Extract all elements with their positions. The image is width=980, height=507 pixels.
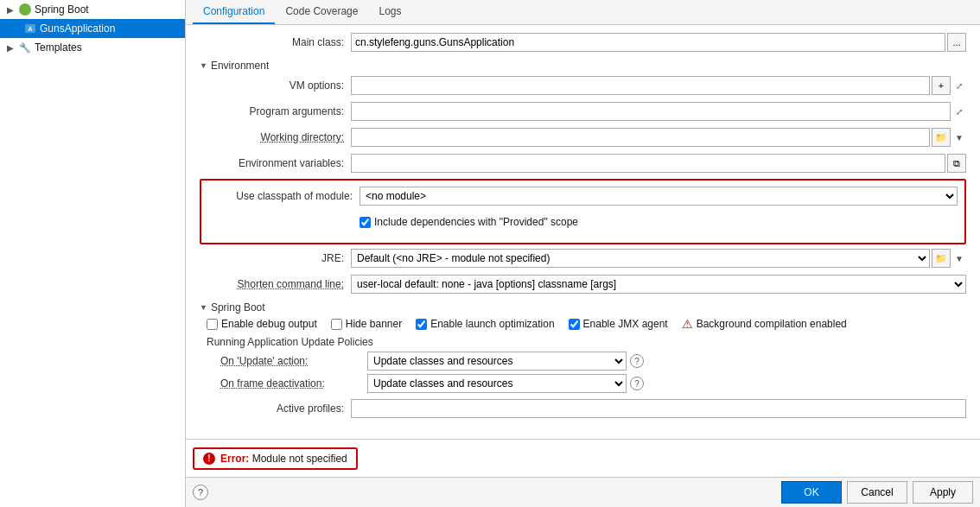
spring-boot-section: ▼ Spring Boot Enable debug output Hide b… (200, 301, 966, 419)
include-deps-checkbox[interactable] (360, 217, 371, 228)
main-class-row: Main class: ... (200, 32, 966, 53)
include-deps-row: Include dependencies with "Provided" sco… (208, 212, 958, 232)
env-vars-field: ⧉ (351, 154, 966, 173)
error-text: Error: Module not specified (220, 453, 347, 465)
working-dir-input[interactable] (351, 128, 930, 147)
main-class-label: Main class: (200, 36, 351, 48)
on-update-help-icon[interactable]: ? (630, 354, 644, 368)
on-frame-row: On frame deactivation: Update classes an… (207, 374, 966, 393)
sidebar-guns-app-label: GunsApplication (40, 22, 115, 35)
jre-select[interactable]: Default (<no JRE> - module not specified… (351, 249, 930, 268)
sidebar-templates-label: Templates (35, 41, 82, 54)
program-args-field: ⤢ (351, 102, 966, 121)
bg-compilation-item: ⚠ Background compilation enabled (682, 317, 847, 331)
include-deps-label: Include dependencies with "Provided" sco… (374, 216, 578, 228)
working-dir-label: Working directory: (200, 131, 351, 143)
tab-configuration[interactable]: Configuration (193, 0, 275, 24)
form-area: Main class: ... ▼ Environment VM options… (186, 25, 980, 439)
spring-boot-section-header: ▼ Spring Boot (200, 301, 966, 314)
working-dir-expand[interactable]: ▼ (952, 128, 966, 147)
env-vars-copy-button[interactable]: ⧉ (947, 154, 966, 173)
vm-options-input[interactable] (351, 76, 930, 95)
enable-launch-checkbox[interactable] (416, 319, 427, 330)
program-args-row: Program arguments: ⤢ (200, 101, 966, 122)
main-class-field: ... (351, 33, 966, 52)
environment-label: Environment (211, 60, 269, 72)
hide-banner-label: Hide banner (346, 318, 402, 330)
shorten-cmd-row: Shorten command line: user-local default… (200, 274, 966, 295)
enable-debug-checkbox[interactable] (207, 319, 218, 330)
ok-button[interactable]: OK (781, 481, 842, 504)
vm-options-row: VM options: + ⤢ (200, 75, 966, 96)
bottom-error-bar: ! Error: Module not specified (186, 439, 980, 477)
vm-options-label: VM options: (200, 79, 351, 92)
on-update-row: On 'Update' action: Update classes and r… (207, 352, 966, 371)
spring-section-arrow-icon: ▼ (200, 303, 207, 312)
vm-plus-button[interactable]: + (932, 76, 951, 95)
enable-launch-item: Enable launch optimization (416, 318, 554, 330)
vm-expand-button[interactable]: ⤢ (952, 76, 966, 95)
main-class-input[interactable] (351, 33, 945, 52)
classpath-highlight-section: Use classpath of module: <no module> Inc… (200, 179, 966, 244)
tabs-bar: Configuration Code Coverage Logs (186, 0, 980, 25)
include-deps-checkbox-row: Include dependencies with "Provided" sco… (360, 216, 578, 228)
sidebar-guns-application[interactable]: A GunsApplication (0, 19, 185, 38)
jre-expand[interactable]: ▼ (952, 249, 966, 268)
on-update-select[interactable]: Update classes and resources Do nothing … (367, 352, 627, 371)
hide-banner-checkbox[interactable] (331, 319, 342, 330)
enable-jmx-label: Enable JMX agent (583, 318, 668, 330)
active-profiles-input[interactable] (351, 399, 966, 418)
cancel-button[interactable]: Cancel (847, 481, 907, 504)
classpath-module-select[interactable]: <no module> (360, 187, 958, 206)
tab-code-coverage[interactable]: Code Coverage (275, 0, 368, 24)
apply-button[interactable]: Apply (913, 481, 973, 504)
wrench-icon: 🔧 (19, 42, 31, 54)
jre-browse-button[interactable]: 📁 (932, 249, 951, 268)
active-profiles-field (351, 399, 966, 418)
env-vars-row: Environment variables: ⧉ (200, 153, 966, 174)
prog-expand-button[interactable]: ⤢ (952, 102, 966, 121)
running-policies-title: Running Application Update Policies (207, 336, 966, 348)
bottom-actions: ? OK Cancel Apply (186, 477, 980, 507)
on-frame-select[interactable]: Update classes and resources Do nothing … (367, 374, 627, 393)
enable-debug-label: Enable debug output (221, 318, 317, 330)
on-update-label: On 'Update' action: (220, 355, 367, 367)
use-classpath-row: Use classpath of module: <no module> (208, 186, 958, 206)
enable-debug-item: Enable debug output (207, 318, 317, 330)
shorten-cmd-select[interactable]: user-local default: none - java [options… (351, 275, 966, 294)
error-badge: ! Error: Module not specified (193, 447, 358, 470)
svg-text:A: A (28, 26, 32, 32)
app-icon: A (24, 22, 36, 35)
main-class-browse-button[interactable]: ... (947, 33, 966, 52)
on-frame-label: On frame deactivation: (220, 377, 367, 390)
working-dir-field: 📁 ▼ (351, 128, 966, 147)
program-args-input[interactable] (351, 102, 951, 121)
sidebar-templates-group[interactable]: ▶ 🔧 Templates (0, 38, 185, 57)
environment-section-header: ▼ Environment (200, 60, 966, 72)
hide-banner-item: Hide banner (331, 318, 402, 330)
error-icon: ! (203, 453, 215, 465)
enable-launch-label: Enable launch optimization (430, 318, 554, 330)
section-arrow-icon: ▼ (200, 61, 207, 70)
bg-compilation-label: Background compilation enabled (697, 318, 847, 330)
on-frame-help-icon[interactable]: ? (630, 377, 644, 390)
spring-options-row: Enable debug output Hide banner Enable l… (200, 317, 966, 331)
enable-jmx-item: Enable JMX agent (569, 318, 668, 330)
active-profiles-row: Active profiles: (200, 398, 966, 419)
chevron-right-icon-2: ▶ (7, 43, 16, 52)
tab-logs[interactable]: Logs (368, 0, 411, 24)
jre-label: JRE: (200, 252, 351, 264)
content-area: Configuration Code Coverage Logs Main cl… (186, 0, 980, 507)
warning-icon: ⚠ (682, 317, 693, 331)
enable-jmx-checkbox[interactable] (569, 319, 580, 330)
sidebar-spring-boot-group[interactable]: ▶ Spring Boot (0, 0, 185, 19)
help-button[interactable]: ? (193, 485, 208, 500)
spring-boot-section-label: Spring Boot (211, 301, 265, 314)
shorten-cmd-label: Shorten command line: (200, 278, 351, 290)
env-vars-input[interactable] (351, 154, 945, 173)
jre-field: Default (<no JRE> - module not specified… (351, 249, 966, 268)
sidebar-spring-boot-label: Spring Boot (35, 3, 89, 16)
env-vars-label: Environment variables: (200, 157, 351, 169)
working-dir-browse-button[interactable]: 📁 (932, 128, 951, 147)
vm-options-field: + ⤢ (351, 76, 966, 95)
